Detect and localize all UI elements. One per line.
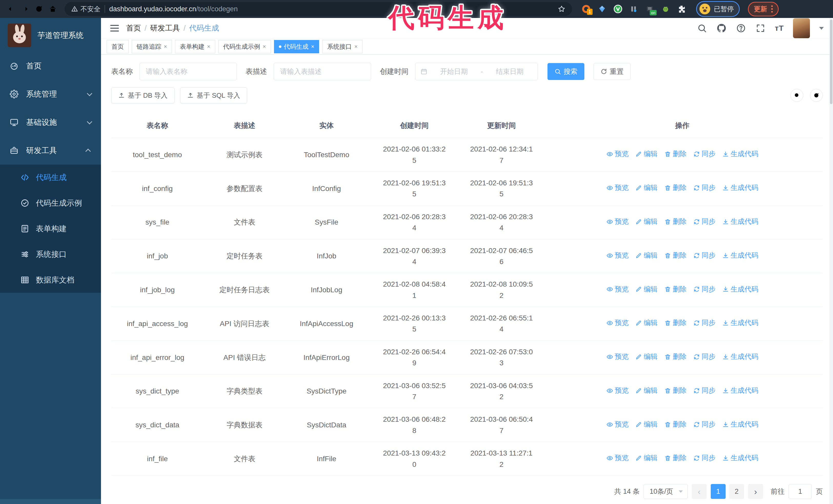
security-chip[interactable]: 不安全 xyxy=(71,5,100,14)
delete-action-link[interactable]: 删除 xyxy=(664,352,687,362)
eye-action-link[interactable]: 预览 xyxy=(606,385,629,396)
sidebar-subitem-代码生成示例[interactable]: 代码生成示例 xyxy=(0,190,101,216)
delete-action-link[interactable]: 删除 xyxy=(664,149,687,160)
import-db-button[interactable]: 基于 DB 导入 xyxy=(111,88,174,103)
extension-bug-icon[interactable] xyxy=(661,4,670,14)
breadcrumb-item[interactable]: 首页 xyxy=(126,23,141,33)
eye-action-link[interactable]: 预览 xyxy=(606,216,629,227)
edit-action-link[interactable]: 编辑 xyxy=(635,352,658,362)
generate-code-action-link[interactable]: 生成代码 xyxy=(722,419,758,430)
tab-代码生成示例[interactable]: 代码生成示例× xyxy=(218,40,271,53)
sidebar-subitem-数据库文档[interactable]: 数据库文档 xyxy=(0,267,101,293)
delete-action-link[interactable]: 删除 xyxy=(664,318,687,329)
sidebar-subitem-表单构建[interactable]: 表单构建 xyxy=(0,216,101,241)
sync-action-link[interactable]: 同步 xyxy=(693,318,716,329)
tab-close-icon[interactable]: × xyxy=(311,44,314,49)
eye-action-link[interactable]: 预览 xyxy=(606,419,629,430)
delete-action-link[interactable]: 删除 xyxy=(664,419,687,430)
delete-action-link[interactable]: 删除 xyxy=(664,216,687,227)
goto-page-input[interactable] xyxy=(789,484,812,499)
reset-button[interactable]: 重置 xyxy=(594,63,630,80)
next-page-button[interactable]: › xyxy=(748,484,763,499)
toggle-search-icon[interactable] xyxy=(790,89,803,102)
sync-action-link[interactable]: 同步 xyxy=(693,183,716,193)
extension-columns-icon[interactable] xyxy=(629,4,639,14)
fullscreen-icon[interactable] xyxy=(755,23,766,33)
generate-code-action-link[interactable]: 生成代码 xyxy=(722,250,758,261)
edit-action-link[interactable]: 编辑 xyxy=(635,216,658,227)
generate-code-action-link[interactable]: 生成代码 xyxy=(722,352,758,362)
sync-action-link[interactable]: 同步 xyxy=(693,149,716,160)
logo[interactable]: 芋道管理系统 xyxy=(0,18,101,52)
table-desc-input[interactable] xyxy=(274,63,371,80)
page-button-1[interactable]: 1 xyxy=(711,484,725,499)
edit-action-link[interactable]: 编辑 xyxy=(635,149,658,160)
bookmark-star-icon[interactable] xyxy=(558,5,565,13)
delete-action-link[interactable]: 删除 xyxy=(664,385,687,396)
delete-action-link[interactable]: 删除 xyxy=(664,250,687,261)
tab-链路追踪[interactable]: 链路追踪× xyxy=(132,40,172,53)
sync-action-link[interactable]: 同步 xyxy=(693,453,716,463)
generate-code-action-link[interactable]: 生成代码 xyxy=(722,149,758,160)
eye-action-link[interactable]: 预览 xyxy=(606,352,629,362)
generate-code-action-link[interactable]: 生成代码 xyxy=(722,284,758,295)
edit-action-link[interactable]: 编辑 xyxy=(635,250,658,261)
breadcrumb-item[interactable]: 代码生成 xyxy=(189,23,219,33)
browser-reload-icon[interactable] xyxy=(33,3,45,15)
sync-action-link[interactable]: 同步 xyxy=(693,284,716,295)
edit-action-link[interactable]: 编辑 xyxy=(635,419,658,430)
user-avatar[interactable] xyxy=(793,18,810,38)
date-range-picker[interactable]: 开始日期 - 结束日期 xyxy=(415,63,538,80)
generate-code-action-link[interactable]: 生成代码 xyxy=(722,183,758,193)
generate-code-action-link[interactable]: 生成代码 xyxy=(722,216,758,227)
sync-action-link[interactable]: 同步 xyxy=(693,385,716,396)
sidebar-collapse-strip[interactable] xyxy=(0,499,101,504)
import-sql-button[interactable]: 基于 SQL 导入 xyxy=(180,88,247,103)
edit-action-link[interactable]: 编辑 xyxy=(635,318,658,329)
sidebar-item-基础设施[interactable]: 基础设施 xyxy=(0,108,101,136)
sync-action-link[interactable]: 同步 xyxy=(693,352,716,362)
sidebar-subitem-代码生成[interactable]: 代码生成 xyxy=(0,165,101,190)
extension-gem-icon[interactable] xyxy=(597,4,607,14)
eye-action-link[interactable]: 预览 xyxy=(606,284,629,295)
tab-首页[interactable]: 首页 xyxy=(106,40,129,53)
avatar-caret-icon[interactable] xyxy=(819,27,824,30)
tab-close-icon[interactable]: × xyxy=(263,44,266,49)
browser-menu-icon[interactable] xyxy=(771,5,773,13)
browser-forward-icon[interactable] xyxy=(20,3,31,15)
sync-action-link[interactable]: 同步 xyxy=(693,250,716,261)
help-icon[interactable] xyxy=(736,23,746,33)
prev-page-button[interactable]: ‹ xyxy=(692,484,707,499)
tab-表单构建[interactable]: 表单构建× xyxy=(175,40,215,53)
eye-action-link[interactable]: 预览 xyxy=(606,250,629,261)
edit-action-link[interactable]: 编辑 xyxy=(635,453,658,463)
hamburger-icon[interactable] xyxy=(110,25,119,31)
tab-close-icon[interactable]: × xyxy=(207,44,210,49)
tab-close-icon[interactable]: × xyxy=(354,44,358,49)
eye-action-link[interactable]: 预览 xyxy=(606,453,629,463)
sidebar-subitem-系统接口[interactable]: 系统接口 xyxy=(0,241,101,267)
extension-proxy-icon[interactable]: on xyxy=(645,4,654,14)
edit-action-link[interactable]: 编辑 xyxy=(635,183,658,193)
page-scrollbar[interactable] xyxy=(829,18,833,504)
tab-代码生成[interactable]: 代码生成× xyxy=(274,40,319,53)
browser-update-button[interactable]: 更新 xyxy=(748,2,779,17)
generate-code-action-link[interactable]: 生成代码 xyxy=(722,453,758,463)
sidebar-item-系统管理[interactable]: 系统管理 xyxy=(0,80,101,108)
search-button[interactable]: 搜索 xyxy=(547,63,585,80)
breadcrumb-item[interactable]: 研发工具 xyxy=(150,23,180,33)
edit-action-link[interactable]: 编辑 xyxy=(635,284,658,295)
page-button-2[interactable]: 2 xyxy=(729,484,744,499)
refresh-icon[interactable] xyxy=(810,89,823,102)
edit-action-link[interactable]: 编辑 xyxy=(635,385,658,396)
sidebar-item-首页[interactable]: 首页 xyxy=(0,52,101,80)
browser-back-icon[interactable] xyxy=(6,3,17,15)
page-size-select[interactable]: 10条/页 xyxy=(644,484,688,499)
sync-action-link[interactable]: 同步 xyxy=(693,216,716,227)
tab-close-icon[interactable]: × xyxy=(164,44,167,49)
extension-v-icon[interactable] xyxy=(613,4,623,14)
sync-action-link[interactable]: 同步 xyxy=(693,419,716,430)
eye-action-link[interactable]: 预览 xyxy=(606,149,629,160)
eye-action-link[interactable]: 预览 xyxy=(606,318,629,329)
delete-action-link[interactable]: 删除 xyxy=(664,284,687,295)
